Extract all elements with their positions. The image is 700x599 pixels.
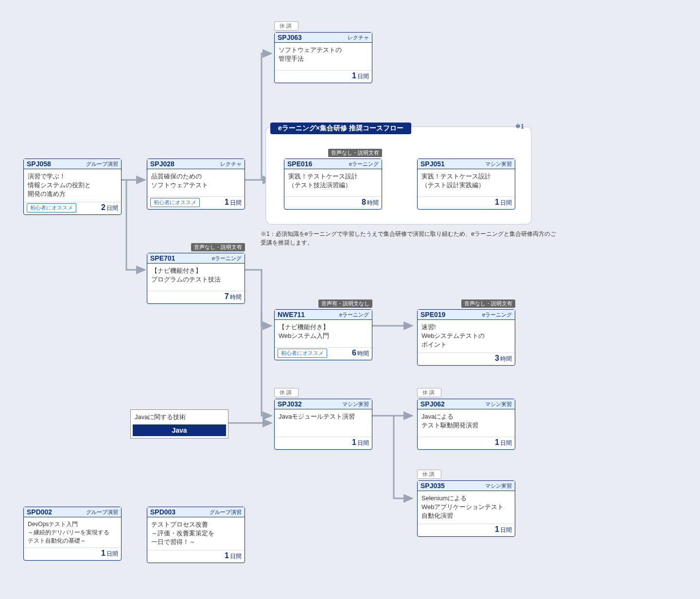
group-title: eラーニング×集合研修 推奨コースフロー <box>270 123 411 134</box>
node-spj032[interactable]: 休講 SPJ032マシン実習 Javaモジュールテスト演習 1日間 <box>274 399 372 450</box>
tech-name: Java <box>133 424 226 436</box>
node-code: SPJ058 <box>27 160 51 168</box>
node-spj035[interactable]: 休講 SPJ035マシン実習 Seleniumによる Webアプリケーションテス… <box>417 480 515 537</box>
group-footnote: ※1：必須知識をeラーニングで学習したうえで集合研修で演習に取り組むため、eラー… <box>261 229 562 247</box>
node-nwe711[interactable]: 音声有・説明文なし NWE711eラーニング 【ナビ機能付き】 Webシステム入… <box>274 309 372 360</box>
node-spj063[interactable]: 休講 SPJ063レクチャ ソフトウェアテストの 管理手法 1日間 <box>274 32 372 83</box>
node-spj028[interactable]: SPJ028レクチャ 品質確保のための ソフトウェアテスト 初心者にオススメ1日… <box>147 159 245 210</box>
node-title: 演習で学ぶ！ 情報システムの役割と 開発の進め方 <box>24 169 121 202</box>
recommend-badge: 初心者にオススメ <box>27 203 76 212</box>
node-type: グループ演習 <box>86 160 118 168</box>
node-spe016[interactable]: 音声なし・説明文有 SPE016eラーニング 実践！テストケース設計 （テスト技… <box>284 159 382 210</box>
closed-badge: 休講 <box>274 21 298 31</box>
node-spe701[interactable]: 音声なし・説明文有 SPE701eラーニング 【ナビ機能付き】 プログラムのテス… <box>147 253 245 304</box>
tech-label: Javaに関する技術 <box>131 410 228 424</box>
node-spj062[interactable]: 休講 SPJ062マシン実習 Javaによる テスト駆動開発演習 1日間 <box>417 399 515 450</box>
audio-badge: 音声なし・説明文有 <box>191 243 245 251</box>
node-spj058[interactable]: SPJ058グループ演習 演習で学ぶ！ 情報システムの役割と 開発の進め方 初心… <box>23 159 122 215</box>
node-spe019[interactable]: 音声なし・説明文有 SPE019eラーニング 速習! Webシステムテストの ポ… <box>417 309 515 366</box>
group-note-mark: ※1 <box>515 123 524 130</box>
diagram-canvas: eラーニング×集合研修 推奨コースフロー ※1 ※1：必須知識をeラーニングで学… <box>0 0 700 599</box>
node-spd002[interactable]: SPD002グループ演習 DevOpsテスト入門 ～継続的デリバリーを実現する … <box>23 507 122 561</box>
node-spj051[interactable]: SPJ051マシン実習 実践！テストケース設計 （テスト設計実践編） 1日間 <box>417 159 515 210</box>
tech-box[interactable]: Javaに関する技術 Java <box>130 409 228 439</box>
node-spd003[interactable]: SPD003グループ演習 テストプロセス改善 ～評価・改善案策定を 一日で習得！… <box>147 507 245 563</box>
